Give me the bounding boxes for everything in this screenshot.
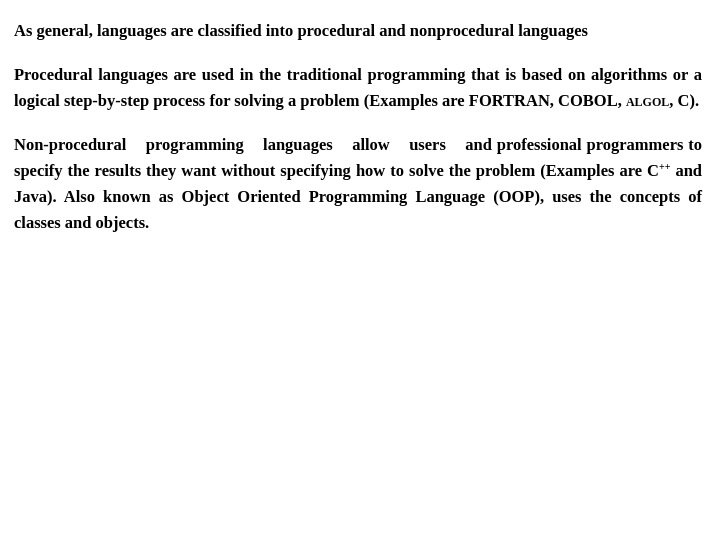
nonprocedural-text: Non-procedural programming languages all…	[14, 132, 702, 236]
procedural-text: Procedural languages are used in the tra…	[14, 62, 702, 114]
algol-smallcaps: algol	[626, 91, 669, 110]
nonprocedural-bold-text: Non-procedural programming languages all…	[14, 135, 702, 232]
cpp-superscript: ++	[659, 161, 670, 172]
procedural-paragraph: Procedural languages are used in the tra…	[14, 62, 702, 114]
intro-paragraph: As general, languages are classified int…	[14, 18, 702, 44]
intro-text: As general, languages are classified int…	[14, 18, 702, 44]
procedural-bold-text: Procedural languages are used in the tra…	[14, 65, 702, 110]
nonprocedural-paragraph: Non-procedural programming languages all…	[14, 132, 702, 236]
intro-bold-text: As general, languages are classified int…	[14, 21, 588, 40]
main-content: As general, languages are classified int…	[0, 0, 720, 272]
